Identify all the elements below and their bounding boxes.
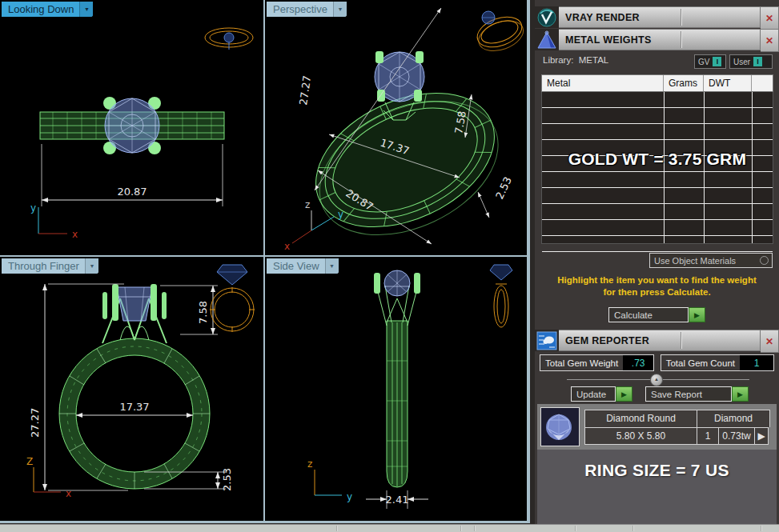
status-bar-divider xyxy=(575,526,576,531)
metal-table-body: GOLD WT = 3.75 GRM xyxy=(541,92,773,244)
viewport-label[interactable]: Through Finger xyxy=(2,258,85,274)
dimension-outer-width: 20.87 xyxy=(42,144,223,206)
column-grams: Grams xyxy=(664,75,704,91)
viewport-title-tab[interactable]: Perspective ▼ xyxy=(267,2,347,17)
total-gem-weight-value: .73 xyxy=(623,355,653,370)
vray-render-header[interactable]: VRAY RENDER ✕ xyxy=(535,6,779,28)
metal-table-row[interactable] xyxy=(542,220,773,236)
svg-text:y: y xyxy=(338,209,343,220)
axis-indicator: z y xyxy=(307,458,352,502)
metal-table: Metal Grams DWT GOLD WT = 3.75 GRM xyxy=(541,74,773,244)
column-metal: Metal xyxy=(542,75,664,91)
gem-size: 5.80 X 5.80 xyxy=(584,427,697,445)
viewport-label[interactable]: Side View xyxy=(267,258,325,274)
svg-text:2.53: 2.53 xyxy=(493,175,514,202)
metal-table-row[interactable] xyxy=(542,236,773,252)
viewport-looking-down[interactable]: 20.87 y x Looking Down xyxy=(0,0,263,255)
viewport-through-finger[interactable]: 27.27 7.58 17.37 2.53 Z xyxy=(0,257,263,521)
dimension-shank-width: 2.41 xyxy=(366,490,428,509)
metal-table-row[interactable] xyxy=(542,124,773,140)
gem-reporter-title: GEM REPORTER xyxy=(559,335,649,346)
header-divider xyxy=(681,9,681,26)
metal-table-row[interactable] xyxy=(542,108,773,124)
gem-weight: 0.73tw xyxy=(718,427,755,445)
ring-orientation-icon xyxy=(205,28,253,50)
gem-totals-row: Total Gem Weight .73 Total Gem Count 1 xyxy=(540,354,774,371)
update-button[interactable]: Update xyxy=(571,386,616,402)
gv-indicator[interactable]: I xyxy=(713,57,721,66)
gem-reporter-icon xyxy=(535,330,559,351)
library-value: METAL xyxy=(579,55,609,65)
viewport-title-tab[interactable]: Side View ▼ xyxy=(267,258,339,274)
status-bar xyxy=(0,524,779,532)
looking-down-canvas[interactable]: 20.87 y x xyxy=(0,0,263,255)
viewport-label[interactable]: Looking Down xyxy=(2,2,79,17)
gem-row-table: Diamond Round Diamond 5.80 X 5.80 1 0.73… xyxy=(584,410,769,445)
user-indicator[interactable]: I xyxy=(753,57,762,66)
svg-text:27.27: 27.27 xyxy=(297,74,313,106)
total-gem-count-group: Total Gem Count 1 xyxy=(661,354,774,371)
close-icon[interactable]: ✕ xyxy=(761,330,779,353)
gem-row-go-icon[interactable]: ▶ xyxy=(754,427,769,445)
through-finger-canvas[interactable]: 27.27 7.58 17.37 2.53 Z xyxy=(0,257,263,521)
viewport-label[interactable]: Perspective xyxy=(267,2,333,17)
gem-list-slider-handle[interactable]: ▲ xyxy=(650,374,663,386)
use-object-materials-button[interactable]: Use Object Materials xyxy=(649,253,773,268)
save-report-button[interactable]: Save Report xyxy=(645,386,732,402)
svg-text:Z: Z xyxy=(26,456,33,467)
metal-table-row[interactable] xyxy=(542,92,773,108)
metal-weights-title: METAL WEIGHTS xyxy=(559,34,652,46)
calculate-button[interactable]: Calculate xyxy=(608,307,689,322)
user-button[interactable]: User I xyxy=(729,54,773,69)
chevron-down-icon[interactable]: ▼ xyxy=(85,258,98,274)
metal-table-row[interactable] xyxy=(542,172,773,188)
svg-text:2.53: 2.53 xyxy=(221,468,233,491)
vray-title: VRAY RENDER xyxy=(559,12,640,23)
calculate-go-icon[interactable]: ▶ xyxy=(689,307,705,322)
ring-size-overlay: RING SIZE = 7 US xyxy=(537,461,777,480)
gem-reporter-header[interactable]: GEM REPORTER ✕ xyxy=(535,330,779,351)
viewport-perspective[interactable]: 27.27 7.58 17.37 20.87 2.53 z y xyxy=(265,0,527,255)
update-go-icon[interactable]: ▶ xyxy=(616,386,632,402)
close-icon[interactable]: ✕ xyxy=(761,29,779,52)
gv-button[interactable]: GV I xyxy=(694,54,726,69)
svg-text:17.37: 17.37 xyxy=(119,401,149,413)
side-view-canvas[interactable]: 2.41 z y xyxy=(265,257,527,521)
side-panel: VRAY RENDER ✕ METAL WEIGHTS ✕ Library: M… xyxy=(535,0,779,524)
gem-material: Diamond xyxy=(697,410,770,427)
vray-title-bar[interactable]: VRAY RENDER xyxy=(559,6,761,28)
metal-table-row[interactable] xyxy=(542,204,773,220)
gem-reporter-title-bar[interactable]: GEM REPORTER xyxy=(559,330,761,351)
gem-buttons-row: Update ▶ Save Report ▶ xyxy=(535,386,779,402)
header-divider xyxy=(681,31,681,48)
ring-band-wireframe xyxy=(387,321,408,487)
column-extra xyxy=(752,75,773,91)
close-icon[interactable]: ✕ xyxy=(761,6,779,30)
perspective-canvas[interactable]: 27.27 7.58 17.37 20.87 2.53 z y xyxy=(265,0,527,255)
header-divider xyxy=(681,332,681,349)
ring-size-area: RING SIZE = 7 US xyxy=(537,450,777,524)
gem-count: 1 xyxy=(697,427,719,445)
viewport-side-view[interactable]: 2.41 z y Side View ▼ xyxy=(265,257,527,521)
gold-weight-overlay: GOLD WT = 3.75 GRM xyxy=(542,150,773,169)
chevron-down-icon[interactable]: ▼ xyxy=(333,2,347,17)
chevron-down-icon[interactable]: ▼ xyxy=(79,2,93,17)
viewport-title-tab[interactable]: Through Finger ▼ xyxy=(2,258,98,274)
save-report-go-icon[interactable]: ▶ xyxy=(732,386,749,402)
metal-weights-header[interactable]: METAL WEIGHTS ✕ xyxy=(535,29,779,50)
column-dwt: DWT xyxy=(704,75,752,91)
ring-orientation-icon xyxy=(210,265,255,332)
axis-indicator: Z x xyxy=(26,456,71,499)
radio-circle-icon[interactable] xyxy=(760,256,769,265)
metal-table-row[interactable] xyxy=(542,188,773,204)
chevron-down-icon[interactable]: ▼ xyxy=(325,258,339,274)
metal-weights-title-bar[interactable]: METAL WEIGHTS xyxy=(559,29,761,50)
ring-head-wireframe xyxy=(374,270,420,326)
status-bar-divider xyxy=(460,526,461,531)
metal-weights-icon xyxy=(535,29,559,50)
svg-text:z: z xyxy=(305,199,310,210)
jewelry-cad-window: 20.87 y x Looking Down xyxy=(0,0,779,532)
gem-thumbnail[interactable] xyxy=(540,407,580,446)
gem-list-item[interactable]: Diamond Round Diamond 5.80 X 5.80 1 0.73… xyxy=(537,404,777,450)
viewport-title-tab[interactable]: Looking Down ▼ xyxy=(2,2,93,17)
